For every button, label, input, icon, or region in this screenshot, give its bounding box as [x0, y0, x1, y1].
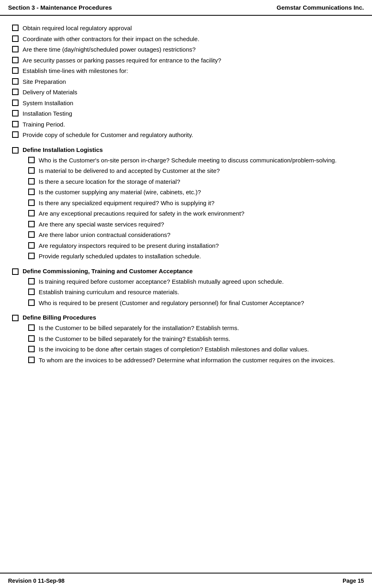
list-item: Provide copy of schedule for Customer an… — [12, 131, 360, 140]
item-text: Are there any special waste services req… — [39, 220, 164, 229]
list-item: Establish training curriculum and resour… — [28, 288, 360, 297]
checkbox-icon — [12, 89, 19, 95]
checkbox-icon — [12, 110, 19, 116]
checkbox-icon — [12, 57, 19, 63]
section-heading: Define Commissioning, Training and Custo… — [12, 268, 360, 275]
checkbox-icon — [28, 299, 35, 306]
checkbox-icon — [12, 67, 19, 74]
checkbox-icon — [12, 25, 19, 31]
footer-page-number: Page 15 — [343, 578, 364, 584]
list-item: Provide regularly scheduled updates to i… — [28, 252, 360, 261]
main-content: Obtain required local regulatory approva… — [0, 20, 372, 573]
list-item: Is the invoicing to be done after certai… — [28, 345, 360, 354]
list-item: Establish time-lines with milestones for… — [12, 66, 360, 76]
item-text: Are regulatory inspectors required to be… — [39, 241, 219, 251]
list-item: Who is the Customer's on-site person in-… — [28, 156, 360, 165]
checkbox-icon — [12, 121, 19, 127]
section-billing: Define Billing Procedures Is the Custome… — [12, 314, 360, 365]
list-item: Are security passes or parking passes re… — [12, 56, 360, 65]
section-heading-text: Define Billing Procedures — [23, 314, 96, 321]
item-text: Who is the Customer's on-site person in-… — [39, 156, 337, 165]
item-text: Is the Customer to be billed separately … — [39, 324, 239, 333]
checkbox-icon — [12, 100, 19, 106]
section-commissioning: Define Commissioning, Training and Custo… — [12, 268, 360, 308]
checkbox-icon — [28, 221, 35, 227]
checkbox-icon — [28, 157, 35, 163]
checkbox-icon — [28, 242, 35, 249]
section-installation-logistics: Define Installation Logistics Who is the… — [12, 146, 360, 261]
list-item: Are there any special waste services req… — [28, 220, 360, 229]
item-text: Installation Testing — [23, 109, 72, 118]
header-section-title: Section 3 - Maintenance Procedures — [8, 4, 112, 11]
item-text: Is the invoicing to be done after certai… — [39, 345, 309, 354]
checkbox-icon — [28, 357, 35, 363]
item-text: Establish time-lines with milestones for… — [23, 66, 128, 76]
item-text: Are there time (day/night/scheduled powe… — [23, 45, 195, 54]
list-item: Is the Customer to be billed separately … — [28, 335, 360, 344]
list-item: Is the customer supplying any material (… — [28, 188, 360, 197]
last-top-item-list: Provide copy of schedule for Customer an… — [12, 131, 360, 140]
item-text: Are there labor union contractual consid… — [39, 231, 170, 240]
section-heading: Define Billing Procedures — [12, 314, 360, 321]
section-heading-text: Define Installation Logistics — [23, 146, 103, 153]
checkbox-icon — [28, 178, 35, 185]
item-text: Provide copy of schedule for Customer an… — [23, 131, 193, 140]
list-item: Who is required to be present (Customer … — [28, 299, 360, 308]
checkbox-icon — [12, 35, 19, 42]
checkbox-icon — [28, 278, 35, 285]
item-text: Is material to be delivered to and accep… — [39, 166, 220, 176]
list-item: Obtain required local regulatory approva… — [12, 24, 360, 33]
checkbox-icon — [28, 231, 35, 238]
item-text: Who is required to be present (Customer … — [39, 299, 304, 308]
list-item: Is there a secure location for the stora… — [28, 177, 360, 187]
item-text: To whom are the invoices to be addressed… — [39, 356, 335, 365]
item-text: Is there a secure location for the stora… — [39, 177, 180, 187]
footer-revision: Revision 0 11-Sep-98 — [8, 578, 64, 584]
list-item: System Installation — [12, 99, 360, 108]
section1-checklist: Who is the Customer's on-site person in-… — [28, 156, 360, 261]
checkbox-icon — [28, 289, 35, 295]
header-company-name: Gemstar Communications Inc. — [276, 4, 364, 11]
item-text: Establish training curriculum and resour… — [39, 288, 179, 297]
section2-checklist: Is training required before customer acc… — [28, 277, 360, 308]
top-checklist: Obtain required local regulatory approva… — [12, 24, 360, 76]
list-item: Installation Testing — [12, 109, 360, 118]
list-item: Are any exceptional precautions required… — [28, 209, 360, 218]
item-text: Provide regularly scheduled updates to i… — [39, 252, 201, 261]
item-text: Coordinate with other contractors for th… — [23, 35, 200, 44]
checkbox-icon — [28, 346, 35, 352]
item-text: Obtain required local regulatory approva… — [23, 24, 132, 33]
checkbox-icon — [28, 189, 35, 195]
item-text: Are security passes or parking passes re… — [23, 56, 221, 65]
item-text: System Installation — [23, 99, 73, 108]
list-item: Delivery of Materials — [12, 88, 360, 97]
checkbox-icon — [12, 268, 19, 275]
item-text: Are any exceptional precautions required… — [39, 209, 244, 218]
item-text: Is the customer supplying any material (… — [39, 188, 201, 197]
page: Section 3 - Maintenance Procedures Gemst… — [0, 0, 372, 588]
item-text: Delivery of Materials — [23, 88, 77, 97]
checkbox-icon — [12, 131, 19, 138]
list-item: Site Preparation — [12, 77, 360, 87]
list-item: Is material to be delivered to and accep… — [28, 166, 360, 176]
milestones-checklist: Site Preparation Delivery of Materials S… — [12, 77, 360, 129]
section-heading: Define Installation Logistics — [12, 146, 360, 154]
checkbox-icon — [28, 210, 35, 216]
item-text: Is there any specialized equipment requi… — [39, 199, 214, 208]
section3-checklist: Is the Customer to be billed separately … — [28, 324, 360, 365]
list-item: To whom are the invoices to be addressed… — [28, 356, 360, 365]
page-footer: Revision 0 11-Sep-98 Page 15 — [0, 573, 372, 588]
page-header: Section 3 - Maintenance Procedures Gemst… — [0, 0, 372, 16]
list-item: Are there time (day/night/scheduled powe… — [12, 45, 360, 54]
checkbox-icon — [12, 78, 19, 85]
checkbox-icon — [28, 324, 35, 331]
checkbox-icon — [28, 167, 35, 174]
item-text: Site Preparation — [23, 77, 66, 87]
list-item: Is the Customer to be billed separately … — [28, 324, 360, 333]
list-item: Are regulatory inspectors required to be… — [28, 241, 360, 251]
checkbox-icon — [12, 46, 19, 52]
list-item: Are there labor union contractual consid… — [28, 231, 360, 240]
list-item: Training Period. — [12, 120, 360, 129]
item-text: Is training required before customer acc… — [39, 277, 284, 287]
checkbox-icon — [12, 147, 19, 154]
